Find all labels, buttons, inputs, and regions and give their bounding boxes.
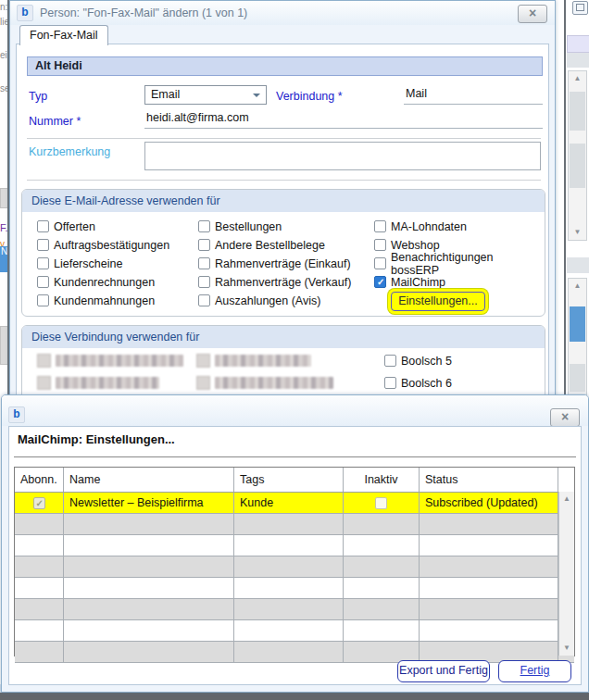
typ-select[interactable]: Email bbox=[144, 85, 267, 105]
checkbox[interactable] bbox=[374, 257, 386, 269]
checkbox[interactable] bbox=[374, 220, 386, 232]
table-row-empty[interactable] bbox=[15, 599, 574, 620]
checkbox-ma-lohndaten[interactable]: MA-Lohndaten bbox=[374, 220, 545, 232]
kurzbemerkung-input[interactable] bbox=[144, 142, 541, 170]
table-row-empty[interactable] bbox=[15, 556, 574, 578]
checkbox-andere-bestellbelege[interactable]: Andere Bestellbelege bbox=[198, 239, 351, 251]
checkbox[interactable] bbox=[37, 239, 49, 251]
connection-col3: Boolsch 5 Boolsch 6 bbox=[384, 355, 452, 389]
dialog1-close-button[interactable] bbox=[518, 5, 547, 23]
checkbox-mailchimp[interactable]: MailChimp bbox=[374, 276, 545, 288]
email-usage-col2: Bestellungen Andere Bestellbelege Rahmen… bbox=[198, 220, 351, 306]
redacted-label bbox=[56, 355, 183, 367]
verbindung-field[interactable]: Mail bbox=[404, 85, 543, 105]
column-header-abonn[interactable]: Abonn. bbox=[15, 468, 64, 492]
checkbox-auszahlungen-avis[interactable]: Auszahlungen (Avis) bbox=[198, 294, 351, 306]
redacted-checkbox bbox=[37, 376, 51, 390]
email-usage-col3: MA-Lohndaten Webshop Benachrichtigungen … bbox=[374, 220, 545, 288]
connection-col2 bbox=[196, 355, 333, 389]
inaktiv-checkbox-unchecked bbox=[375, 497, 387, 509]
checkbox-checked[interactable] bbox=[374, 276, 386, 288]
checkbox-rahmenvertraege-verkauf[interactable]: Rahmenverträge (Verkauf) bbox=[198, 276, 351, 288]
checkbox[interactable] bbox=[198, 239, 210, 251]
table-row-newsletter[interactable]: Newsletter – Beispielfirma Kunde Subscri… bbox=[15, 493, 574, 514]
background-window-fragment bbox=[567, 35, 589, 53]
checkbox-kundenmahnungen[interactable]: Kundenmahnungen bbox=[37, 294, 169, 306]
checkbox-boolsch-6[interactable]: Boolsch 6 bbox=[384, 377, 452, 389]
checkbox-webshop[interactable]: Webshop bbox=[374, 239, 545, 251]
checkbox[interactable] bbox=[384, 377, 396, 389]
checkbox[interactable] bbox=[198, 276, 210, 288]
fertig-button[interactable]: Fertig bbox=[498, 660, 571, 682]
checkbox-label: Bestellungen bbox=[215, 220, 282, 233]
kurzbemerkung-label: Kurzbemerkung bbox=[29, 145, 110, 158]
restore-window-icon[interactable] bbox=[572, 1, 588, 15]
scroll-up-icon[interactable]: ▲ bbox=[559, 494, 574, 505]
column-header-inaktiv[interactable]: Inaktiv bbox=[344, 468, 420, 492]
table-row-empty[interactable] bbox=[15, 642, 574, 663]
table-scrollbar[interactable]: ▲ ▼ bbox=[558, 492, 574, 656]
checkbox[interactable] bbox=[384, 355, 396, 367]
table-row-empty[interactable] bbox=[15, 578, 574, 599]
checkbox[interactable] bbox=[37, 276, 49, 288]
checkbox-label: Kundenrechnungen bbox=[54, 276, 155, 289]
checkbox-kundenrechnungen[interactable]: Kundenrechnungen bbox=[37, 276, 169, 288]
cell-tags: Kunde bbox=[234, 493, 344, 513]
table-row-empty[interactable] bbox=[15, 535, 574, 556]
checkbox-bestellungen[interactable]: Bestellungen bbox=[198, 220, 351, 232]
checkbox-label: Lieferscheine bbox=[54, 257, 122, 270]
person-fon-fax-mail-dialog: b Person: "Fon-Fax-Mail" ändern (1 von 1… bbox=[9, 0, 556, 406]
column-header-status[interactable]: Status bbox=[420, 468, 558, 492]
email-usage-col1: Offerten Auftragsbestätigungen Liefersch… bbox=[37, 220, 169, 306]
app-icon: b bbox=[8, 406, 25, 423]
table-row-empty[interactable] bbox=[15, 514, 574, 535]
scroll-up-icon[interactable]: ▲ bbox=[569, 281, 586, 292]
background-window-fragment bbox=[567, 257, 589, 273]
dialog1-titlebar[interactable]: b Person: "Fon-Fax-Mail" ändern (1 von 1… bbox=[10, 1, 555, 25]
dialog2-close-button[interactable] bbox=[550, 408, 580, 427]
scroll-up-icon[interactable]: ▲ bbox=[569, 73, 586, 84]
redacted-item bbox=[37, 355, 183, 367]
connection-col1 bbox=[37, 355, 183, 389]
typ-label: Typ bbox=[29, 90, 47, 103]
checkbox-benachrichtigungen-bosserp[interactable]: Benachrichtigungen bossERP bbox=[374, 257, 545, 269]
mailchimp-lists-table: Abonn. Name Tags Inaktiv Status Newslett… bbox=[14, 467, 575, 656]
scroll-down-icon[interactable]: ▼ bbox=[569, 227, 586, 238]
scroll-down-icon[interactable]: ▼ bbox=[559, 643, 574, 654]
checkbox-offerten[interactable]: Offerten bbox=[37, 220, 169, 232]
einstellungen-button[interactable]: Einstellungen... bbox=[391, 292, 485, 311]
checkbox[interactable] bbox=[37, 220, 49, 232]
cell-status: Subscribed (Updated) bbox=[420, 493, 558, 513]
checkbox[interactable] bbox=[198, 294, 210, 306]
tab-fon-fax-mail[interactable]: Fon-Fax-Mail bbox=[19, 25, 108, 45]
checkbox-boolsch-5[interactable]: Boolsch 5 bbox=[384, 355, 452, 367]
checkbox[interactable] bbox=[37, 294, 49, 306]
redacted-label bbox=[215, 377, 333, 389]
checkbox-label: MA-Lohndaten bbox=[391, 220, 467, 233]
background-scrollbar[interactable]: ▲ bbox=[568, 278, 587, 398]
nummer-label: Nummer * bbox=[29, 115, 81, 128]
connection-usage-group-title: Diese Verbindung verwenden für bbox=[22, 326, 545, 348]
dialog1-title: Person: "Fon-Fax-Mail" ändern (1 von 1) bbox=[40, 6, 247, 19]
dialog2-titlebar[interactable]: b bbox=[2, 395, 588, 426]
table-row-empty[interactable] bbox=[15, 620, 574, 642]
redacted-label bbox=[215, 355, 311, 367]
background-scrollbar[interactable]: ▲ ▼ bbox=[568, 70, 587, 241]
table-header-row: Abonn. Name Tags Inaktiv Status bbox=[15, 468, 574, 493]
export-und-fertig-button[interactable]: Export und Fertig bbox=[397, 660, 490, 682]
checkbox-label: Rahmenverträge (Einkauf) bbox=[215, 257, 351, 270]
column-header-tags[interactable]: Tags bbox=[234, 468, 344, 492]
redacted-checkbox bbox=[196, 376, 210, 390]
mailchimp-settings-dialog: b MailChimp: Einstellungen... Abonn. Nam… bbox=[1, 394, 589, 693]
checkbox-label: Webshop bbox=[391, 239, 440, 252]
nummer-field[interactable]: heidi.alt@firma.com bbox=[144, 109, 543, 129]
checkbox-label: MailChimp bbox=[391, 276, 445, 289]
checkbox-auftragsbestaetigungen[interactable]: Auftragsbestätigungen bbox=[37, 239, 169, 251]
checkbox[interactable] bbox=[198, 220, 210, 232]
checkbox[interactable] bbox=[374, 239, 386, 251]
checkbox-rahmenvertraege-einkauf[interactable]: Rahmenverträge (Einkauf) bbox=[198, 257, 351, 269]
checkbox[interactable] bbox=[198, 257, 210, 269]
checkbox-lieferscheine[interactable]: Lieferscheine bbox=[37, 257, 169, 269]
column-header-name[interactable]: Name bbox=[64, 468, 234, 492]
checkbox[interactable] bbox=[37, 257, 49, 269]
